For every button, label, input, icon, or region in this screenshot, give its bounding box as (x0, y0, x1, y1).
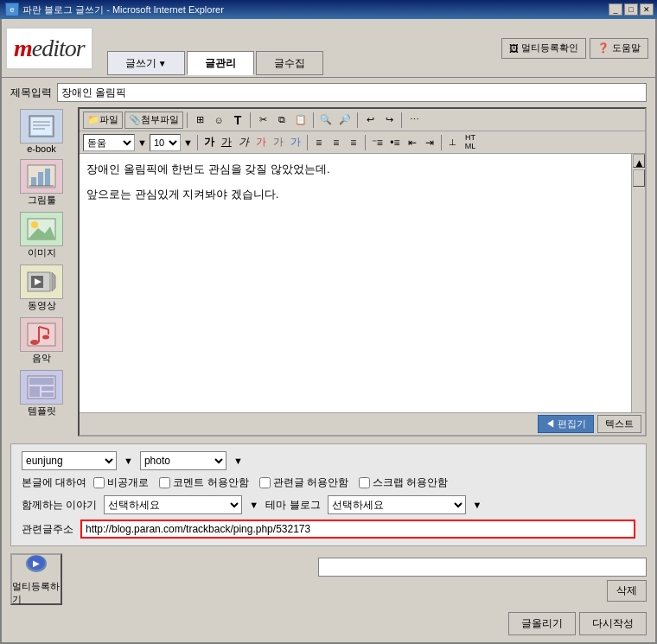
title-label: 제목입력 (10, 86, 52, 100)
svg-rect-8 (45, 169, 50, 186)
svg-point-11 (31, 221, 38, 228)
action-buttons: 글올리기 다시작성 (10, 610, 647, 637)
story-label: 함께하는 이야기 (22, 498, 97, 513)
title-row: 제목입력 (10, 83, 647, 102)
italic-button[interactable]: 가 (236, 134, 252, 151)
size-select[interactable]: 10 (150, 134, 181, 151)
no-related-checkbox[interactable] (259, 477, 271, 488)
scrollbar-track[interactable]: ▲ (631, 154, 645, 412)
app-icon: e (5, 3, 19, 16)
attach-button[interactable]: 📎 첨부파일 (124, 112, 183, 129)
options-label: 본글에 대하여 (22, 475, 86, 490)
color3-button[interactable]: 가 (288, 134, 303, 151)
maximize-button[interactable]: □ (624, 3, 638, 16)
template-label: 템플릿 (28, 405, 56, 418)
undo-icon[interactable]: ↩ (361, 112, 379, 129)
video-icon (20, 265, 63, 299)
underline-button[interactable]: 가 (219, 134, 234, 151)
special-button[interactable]: ⊥ (445, 134, 461, 151)
edit-mode-button[interactable]: ◀ 편집기 (538, 415, 594, 433)
no-comment-check-item: 코멘트 허용안함 (159, 475, 248, 490)
align-right-button[interactable]: ≡ (346, 134, 361, 151)
sidebar-item-graph[interactable]: 그림툴 (10, 157, 73, 208)
text-mode-button[interactable]: 텍스트 (597, 415, 641, 433)
svg-rect-26 (41, 386, 54, 391)
theme-dropdown-icon: ▼ (473, 500, 482, 510)
scroll-thumb[interactable] (633, 169, 645, 187)
zoom-in-icon[interactable]: 🔍 (317, 112, 335, 129)
tab-writing[interactable]: 글쓰기 ▼ (107, 51, 185, 75)
sidebar-item-image[interactable]: 이미지 (10, 210, 73, 261)
sidebar: e-book 그림툴 (10, 107, 73, 437)
zoom-out-icon[interactable]: 🔎 (336, 112, 354, 129)
list2-button[interactable]: •≡ (387, 134, 403, 151)
trackback-input[interactable] (80, 520, 635, 539)
svg-marker-14 (52, 272, 55, 291)
title-input[interactable] (57, 83, 647, 102)
story-theme-row: 함께하는 이야기 선택하세요 ▼ 테마 블로그 선택하세요 ▼ (22, 495, 635, 514)
multi-check-icon: 🖼 (509, 43, 519, 54)
ebook-label: e-book (27, 143, 56, 154)
paste-icon[interactable]: 📋 (292, 112, 309, 129)
outdent-button[interactable]: ⇤ (405, 134, 420, 151)
table-icon[interactable]: ⊞ (191, 112, 208, 129)
post-button[interactable]: 글올리기 (508, 612, 576, 635)
no-related-label: 관련글 허용안함 (273, 475, 348, 490)
no-comment-checkbox[interactable] (159, 477, 170, 488)
toolbar-sep4 (357, 112, 358, 128)
bold-button[interactable]: 가 (201, 134, 217, 151)
more-icon[interactable]: ⋯ (405, 112, 423, 129)
toolbar2-sep4 (441, 135, 442, 150)
file-button[interactable]: 📁 파일 (83, 112, 123, 129)
author-select[interactable]: eunjung (22, 451, 117, 470)
image-label: 이미지 (28, 246, 56, 259)
private-checkbox[interactable] (93, 477, 105, 488)
font-select[interactable]: 돋움 (83, 134, 135, 151)
sidebar-item-video[interactable]: 동영상 (10, 263, 73, 314)
theme-select[interactable]: 선택하세요 (328, 495, 466, 514)
indent-button[interactable]: ⇥ (422, 134, 437, 151)
theme-label: 테마 블로그 (265, 498, 320, 513)
author-row: eunjung ▼ photo ▼ (22, 451, 635, 470)
toolbar-sep1 (187, 112, 188, 128)
sidebar-item-template[interactable]: 템플릿 (10, 368, 73, 419)
align-center-button[interactable]: ≡ (328, 134, 344, 151)
emoticon-icon[interactable]: ☺ (210, 112, 227, 129)
svg-rect-24 (29, 378, 54, 385)
cut-icon[interactable]: ✂ (254, 112, 271, 129)
editor-panel: 📁 파일 📎 첨부파일 ⊞ ☺ T ✂ ⧉ 📋 � (78, 107, 647, 437)
color1-button[interactable]: 가 (253, 134, 269, 151)
multi-check-button[interactable]: 🖼 멀티등록확인 (501, 38, 586, 59)
help-button[interactable]: ❓ 도움말 (590, 38, 648, 59)
no-scrap-checkbox[interactable] (359, 477, 370, 488)
close-button[interactable]: ✕ (640, 3, 654, 16)
list1-button[interactable]: ⁻≡ (369, 134, 386, 151)
multi-register-button[interactable]: ▶ 멀티등록하기 (10, 553, 62, 605)
text-icon[interactable]: T (229, 112, 246, 129)
graph-icon (20, 159, 63, 194)
rewrite-button[interactable]: 다시작성 (579, 612, 647, 635)
tab-collect[interactable]: 글수집 (256, 51, 323, 75)
editor-bottom-bar: ◀ 편집기 텍스트 (80, 412, 645, 435)
menubar: meditor 글쓰기 ▼ 글관리 글수집 🖼 멀티등록확인 ❓ 도움말 (2, 19, 655, 78)
redo-icon[interactable]: ↪ (380, 112, 398, 129)
toolbar2-sep1 (197, 135, 198, 150)
sidebar-item-music[interactable]: 음악 (10, 316, 73, 367)
delete-area: 삭제 (69, 558, 647, 602)
category-dropdown-icon: ▼ (233, 456, 243, 466)
no-scrap-label: 스크랩 허용안함 (373, 475, 448, 490)
text-area[interactable]: 장애인 올림픽에 한번도 관심을 갖질 않았었는데. 앞으로는 관심있게 지켜봐… (80, 154, 645, 412)
html-button[interactable]: HTML (462, 134, 479, 151)
align-left-button[interactable]: ≡ (311, 134, 327, 151)
copy-icon[interactable]: ⧉ (273, 112, 290, 129)
minimize-button[interactable]: _ (609, 3, 622, 16)
delete-input[interactable] (318, 558, 647, 577)
delete-button[interactable]: 삭제 (607, 580, 647, 602)
svg-rect-1 (31, 118, 52, 135)
category-select[interactable]: photo (140, 451, 226, 470)
tab-manage[interactable]: 글관리 (187, 51, 254, 75)
story-select[interactable]: 선택하세요 (104, 495, 242, 514)
scroll-up-button[interactable]: ▲ (633, 154, 645, 168)
sidebar-item-ebook[interactable]: e-book (10, 107, 73, 156)
color2-button[interactable]: 가 (271, 134, 286, 151)
